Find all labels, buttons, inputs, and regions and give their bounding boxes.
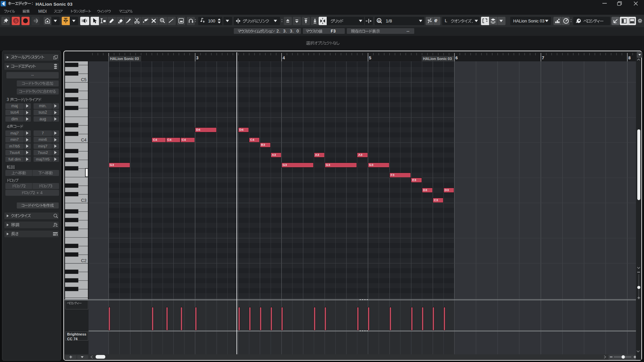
svg-text:S: S	[14, 18, 17, 23]
svg-text:Q: Q	[378, 19, 380, 22]
